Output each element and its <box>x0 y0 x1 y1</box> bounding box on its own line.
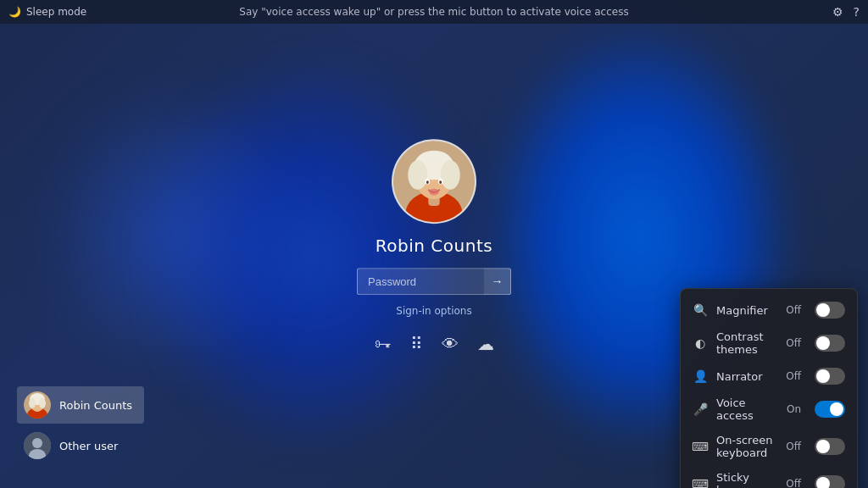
pin-signin-button[interactable]: 🗝 <box>371 330 395 358</box>
keyboard-label: On-screen keyboard <box>716 434 777 459</box>
moon-icon <box>8 6 21 18</box>
user-item-robin[interactable]: Robin Counts <box>17 386 144 424</box>
svg-point-16 <box>29 398 36 408</box>
picture-password-button[interactable]: ⠿ <box>407 330 426 358</box>
password-input[interactable] <box>357 268 484 295</box>
voice-icon: 🎤 <box>693 402 708 417</box>
avatar-image <box>393 139 475 224</box>
sticky-icon: ⌨ <box>693 476 708 488</box>
password-row: → <box>357 268 511 295</box>
access-row-voice[interactable]: 🎤 Voice access On <box>681 391 857 428</box>
password-submit-button[interactable]: → <box>484 268 511 295</box>
magnifier-icon: 🔍 <box>693 302 708 318</box>
magnifier-label: Magnifier <box>716 304 777 317</box>
avatar <box>392 139 476 224</box>
svg-point-5 <box>408 160 427 190</box>
signin-icons-row: 🗝 ⠿ 👁 ☁ <box>371 330 498 358</box>
voice-toggle[interactable] <box>815 401 845 418</box>
accessibility-panel: 🔍 Magnifier Off ◐ Contrast themes Off 👤 … <box>680 288 858 488</box>
sleep-mode-label: Sleep mode <box>26 6 86 18</box>
user-name-robin: Robin Counts <box>59 399 132 412</box>
settings-icon[interactable]: ⚙ <box>832 5 843 19</box>
keyboard-icon: ⌨ <box>693 439 708 454</box>
svg-point-19 <box>32 438 42 448</box>
user-list: Robin Counts Other user <box>17 386 144 464</box>
voice-hint: Say "voice access wake up" or press the … <box>239 6 628 18</box>
access-row-magnifier[interactable]: 🔍 Magnifier Off <box>681 296 857 324</box>
fingerprint-button[interactable]: ☁ <box>474 330 498 358</box>
narrator-toggle[interactable] <box>815 368 845 385</box>
access-row-contrast[interactable]: ◐ Contrast themes Off <box>681 324 857 362</box>
contrast-toggle[interactable] <box>815 335 845 352</box>
topbar: Sleep mode Say "voice access wake up" or… <box>0 0 868 24</box>
user-avatar-other <box>24 432 51 459</box>
bg-blob-3 <box>42 85 297 381</box>
svg-point-11 <box>429 189 439 196</box>
access-row-sticky[interactable]: ⌨ Sticky keys Off <box>681 465 857 488</box>
contrast-icon: ◐ <box>693 336 708 351</box>
svg-point-17 <box>39 398 46 408</box>
narrator-label: Narrator <box>716 370 777 383</box>
windows-hello-button[interactable]: 👁 <box>438 330 462 358</box>
username-label: Robin Counts <box>376 236 492 256</box>
sleep-mode-area[interactable]: Sleep mode <box>8 6 86 18</box>
login-area: Robin Counts → Sign-in options 🗝 ⠿ 👁 ☁ <box>357 139 511 358</box>
sticky-status: Off <box>786 478 801 488</box>
voice-label: Voice access <box>716 396 778 422</box>
svg-point-10 <box>439 180 442 184</box>
user-avatar-robin <box>24 391 51 419</box>
access-row-narrator[interactable]: 👤 Narrator Off <box>681 362 857 391</box>
sticky-label: Sticky keys <box>716 471 777 488</box>
keyboard-status: Off <box>786 441 801 452</box>
sticky-toggle[interactable] <box>815 475 845 488</box>
signin-options-link[interactable]: Sign-in options <box>396 305 471 317</box>
voice-status: On <box>787 403 801 415</box>
svg-point-6 <box>441 160 460 190</box>
user-name-other: Other user <box>59 440 118 452</box>
narrator-icon: 👤 <box>693 369 708 384</box>
keyboard-toggle[interactable] <box>815 438 845 455</box>
magnifier-toggle[interactable] <box>815 302 845 319</box>
topbar-actions: ⚙ ? <box>832 5 860 19</box>
user-item-other[interactable]: Other user <box>17 427 144 464</box>
access-row-keyboard[interactable]: ⌨ On-screen keyboard Off <box>681 428 857 465</box>
contrast-label: Contrast themes <box>716 330 777 356</box>
magnifier-status: Off <box>786 304 801 316</box>
contrast-status: Off <box>786 337 801 349</box>
help-icon[interactable]: ? <box>854 5 860 19</box>
narrator-status: Off <box>786 370 801 382</box>
svg-point-9 <box>426 180 429 184</box>
